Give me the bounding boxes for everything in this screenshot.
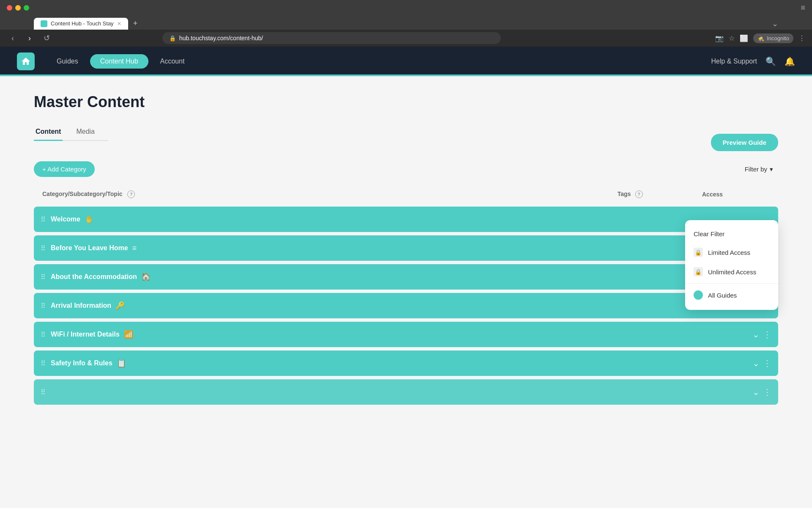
browser-menu-icon[interactable]: ⋮ — [798, 34, 805, 42]
tab-close-icon[interactable]: ✕ — [117, 21, 121, 27]
drag-handle-icon: ⠿ — [41, 388, 46, 396]
more-options-icon[interactable]: ⋮ — [763, 387, 771, 397]
filter-divider — [685, 283, 778, 284]
row-title-wifi: WiFi / Internet Details 📶 — [51, 330, 752, 339]
main-content: Master Content Content Media Preview Gui… — [0, 76, 812, 500]
filter-chevron-icon: ▾ — [770, 166, 773, 173]
home-row-icon: 🏠 — [141, 272, 151, 282]
filter-unlimited-access[interactable]: 🔒 Unlimited Access — [685, 262, 778, 282]
category-row-partial[interactable]: ⠿ ⌄ ⋮ — [34, 379, 778, 405]
chevron-down-icon[interactable]: ⌄ — [752, 387, 760, 397]
row-actions: ⌄ ⋮ — [752, 329, 771, 340]
all-guides-dot-icon — [694, 290, 703, 300]
filter-limited-label: Limited Access — [708, 249, 750, 256]
browser-chrome: ≡ Content Hub - Touch Stay ✕ + ⌄ ‹ › ↺ 🔒… — [0, 0, 812, 47]
nav-logo[interactable] — [17, 52, 35, 70]
camera-icon[interactable]: 📷 — [715, 34, 724, 42]
tags-info-icon[interactable]: ? — [635, 190, 643, 198]
bell-icon[interactable]: 🔔 — [785, 56, 795, 66]
url-text: hub.touchstay.com/content-hub/ — [179, 35, 263, 41]
browser-tab-bar: Content Hub - Touch Stay ✕ + ⌄ — [0, 16, 812, 30]
minimize-dot[interactable] — [15, 5, 21, 11]
drag-handle-icon: ⠿ — [41, 331, 46, 339]
category-row-safety[interactable]: ⠿ Safety Info & Rules 📋 ⌄ ⋮ — [34, 351, 778, 376]
tab-media[interactable]: Media — [74, 124, 96, 141]
window-menu-icon[interactable]: ≡ — [801, 3, 805, 12]
browser-addressbar: ‹ › ↺ 🔒 hub.touchstay.com/content-hub/ 📷… — [0, 30, 812, 47]
row-title-arrival: Arrival Information 🔑 — [51, 301, 752, 310]
row-title-accommodation: About the Accommodation 🏠 — [51, 272, 752, 282]
filter-limited-access[interactable]: 🔒 Limited Access — [685, 243, 778, 262]
drag-handle-icon: ⠿ — [41, 215, 46, 224]
col-category-header: Category/Subcategory/Topic ? — [42, 190, 617, 198]
key-icon: 🔑 — [115, 301, 125, 310]
address-bar[interactable]: 🔒 hub.touchstay.com/content-hub/ — [162, 32, 501, 44]
close-dot[interactable] — [7, 5, 12, 11]
filter-unlimited-label: Unlimited Access — [708, 268, 756, 276]
incognito-icon: 🕵 — [757, 35, 764, 41]
reload-button[interactable]: ↺ — [41, 33, 52, 43]
row-actions: ⌄ ⋮ — [752, 387, 771, 397]
wifi-icon: 📶 — [124, 330, 133, 339]
tab-title: Content Hub - Touch Stay — [51, 20, 114, 27]
forward-button[interactable]: › — [24, 34, 36, 43]
category-row-arrival[interactable]: ⠿ Arrival Information 🔑 ⌄ ⋮ — [34, 293, 778, 318]
more-options-icon[interactable]: ⋮ — [763, 329, 771, 340]
category-row-before-leave[interactable]: ⠿ Before You Leave Home ≡ ⌄ ⋮ — [34, 235, 778, 261]
back-button[interactable]: ‹ — [7, 34, 19, 43]
search-icon[interactable]: 🔍 — [765, 56, 776, 66]
browser-dots — [7, 5, 29, 11]
preview-guide-button[interactable]: Preview Guide — [711, 134, 778, 151]
top-bar: + Add Category Filter by ▾ — [34, 161, 778, 177]
category-list: ⠿ Welcome ✋ ⠿ Before You Leave Home ≡ ⌄ … — [34, 207, 778, 405]
top-row: Content Media Preview Guide — [34, 124, 778, 151]
nav-account[interactable]: Account — [152, 54, 193, 69]
rules-icon: 📋 — [117, 359, 126, 368]
tab-menu-icon[interactable]: ⌄ — [772, 19, 778, 28]
drag-handle-icon: ⠿ — [41, 273, 46, 281]
category-info-icon[interactable]: ? — [127, 190, 135, 198]
chevron-down-icon[interactable]: ⌄ — [752, 329, 760, 340]
unlimited-lock-icon: 🔒 — [694, 267, 703, 276]
filter-by-button[interactable]: Filter by ▾ — [740, 162, 778, 177]
drag-handle-icon: ⠿ — [41, 244, 46, 252]
browser-tab-active[interactable]: Content Hub - Touch Stay ✕ — [34, 18, 128, 30]
new-tab-button[interactable]: + — [130, 17, 141, 30]
lock-icon: 🔒 — [169, 35, 176, 41]
filter-clear[interactable]: Clear Filter — [685, 225, 778, 243]
filter-all-guides[interactable]: All Guides — [685, 285, 778, 305]
add-category-button[interactable]: + Add Category — [34, 161, 95, 177]
filter-label: Filter by — [745, 166, 767, 173]
home-icon — [21, 56, 31, 66]
filter-clear-label: Clear Filter — [694, 230, 724, 237]
table-header: Category/Subcategory/Topic ? Tags ? Acce… — [34, 185, 778, 203]
nav-content-hub[interactable]: Content Hub — [90, 54, 148, 69]
filter-all-guides-label: All Guides — [708, 292, 737, 299]
star-icon[interactable]: ☆ — [729, 34, 735, 42]
category-row-accommodation[interactable]: ⠿ About the Accommodation 🏠 ⌄ ⋮ — [34, 264, 778, 290]
page-title: Master Content — [34, 93, 778, 111]
col-access-header: Access — [702, 191, 770, 198]
row-title-welcome: Welcome ✋ — [51, 215, 771, 224]
tab-content[interactable]: Content — [34, 124, 63, 141]
welcome-icon: ✋ — [85, 215, 94, 224]
row-title-before-leave: Before You Leave Home ≡ — [51, 244, 752, 253]
category-row-welcome[interactable]: ⠿ Welcome ✋ — [34, 207, 778, 232]
content-tabs: Content Media — [34, 124, 108, 141]
drag-handle-icon: ⠿ — [41, 359, 46, 367]
category-row-wifi[interactable]: ⠿ WiFi / Internet Details 📶 ⌄ ⋮ — [34, 322, 778, 347]
maximize-dot[interactable] — [24, 5, 29, 11]
nav-right: Help & Support 🔍 🔔 — [711, 56, 795, 66]
tab-overview-icon[interactable]: ⬜ — [740, 34, 748, 42]
list-icon: ≡ — [132, 244, 137, 253]
nav-items: Guides Content Hub Account — [48, 54, 193, 69]
incognito-label: Incognito — [767, 35, 789, 41]
limited-lock-icon: 🔒 — [694, 248, 703, 257]
browser-titlebar: ≡ — [0, 0, 812, 16]
more-options-icon[interactable]: ⋮ — [763, 358, 771, 368]
tab-favicon — [41, 20, 47, 27]
chevron-down-icon[interactable]: ⌄ — [752, 358, 760, 368]
browser-actions: 📷 ☆ ⬜ 🕵 Incognito ⋮ — [715, 33, 805, 43]
nav-guides[interactable]: Guides — [48, 54, 87, 69]
nav-help[interactable]: Help & Support — [711, 58, 757, 65]
